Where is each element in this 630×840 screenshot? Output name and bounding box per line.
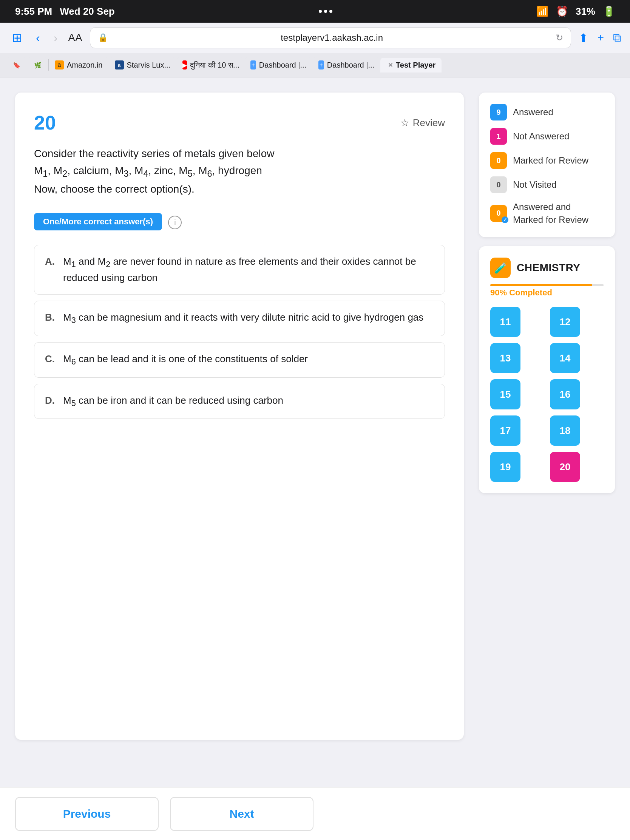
right-panel: 9 Answered 1 Not Answered 0 Marked for R… [479,93,615,740]
add-tab-button[interactable]: + [597,32,604,44]
status-bar: 9:55 PM Wed 20 Sep 📶 ⏰ 31% 🔋 [0,0,630,23]
status-time: 9:55 PM [15,6,52,17]
answered-count: 9 [496,108,501,117]
options-container: A. M1 and M2 are never found in nature a… [34,245,445,419]
browser-toolbar: ⊞ ‹ › AA 🔒 testplayerv1.aakash.ac.in ↻ ⬆… [0,23,630,53]
option-b[interactable]: B. M3 can be magnesium and it reacts wit… [34,301,445,336]
tab-leaf[interactable]: 🌿 [27,57,48,73]
marked-label: Marked for Review [513,154,589,167]
tab-favicon-bookmark: 🔖 [12,60,21,69]
q-btn-19[interactable]: 19 [490,452,521,482]
alarm-icon: ⏰ [556,6,568,17]
q-btn-18[interactable]: 18 [550,415,580,446]
question-text: Consider the reactivity series of metals… [34,145,445,198]
status-date: Wed 20 Sep [60,6,114,17]
question-number: 20 [34,111,56,134]
legend-not-answered: 1 Not Answered [490,128,603,145]
tab-amazon[interactable]: a Amazon.in [49,57,109,73]
lock-icon: 🔒 [98,33,108,43]
question-panel: 20 ☆ Review Consider the reactivity seri… [15,93,464,740]
q-btn-13[interactable]: 13 [490,343,521,373]
bottom-navigation: Previous Next [0,787,630,840]
answered-marked-badge: 0 [490,205,507,222]
address-bar[interactable]: 🔒 testplayerv1.aakash.ac.in ↻ [90,27,572,48]
q-btn-15[interactable]: 15 [490,379,521,409]
answered-marked-label: Answered and Marked for Review [513,201,603,226]
browser-chrome: ⊞ ‹ › AA 🔒 testplayerv1.aakash.ac.in ↻ ⬆… [0,23,630,77]
tab-favicon-amazon: a [55,60,64,69]
progress-bar-container [490,284,603,286]
flask-icon: 🧪 [494,262,507,274]
not-answered-label: Not Answered [513,130,569,143]
tab-label-testplayer: Test Player [396,61,436,69]
tab-label-aakash: Starvis Lux... [127,61,171,69]
option-a-text: M1 and M2 are never found in nature as f… [63,254,434,286]
not-answered-count: 1 [496,132,501,141]
q-btn-17[interactable]: 17 [490,415,521,446]
tab-dashboard2[interactable]: + Dashboard |... [313,57,381,73]
legend-answered: 9 Answered [490,104,603,120]
subject-header: 🧪 CHEMISTRY [490,257,603,278]
q-btn-16[interactable]: 16 [550,379,580,409]
question-line1: Consider the reactivity series of metals… [34,145,445,163]
q-btn-11[interactable]: 11 [490,307,521,337]
tab-aakash[interactable]: a Starvis Lux... [109,57,177,73]
option-d-text: M5 can be iron and it can be reduced usi… [63,393,283,410]
question-instruction: Now, choose the correct option(s). [34,181,445,198]
browser-actions: ⬆ + ⧉ [579,32,621,44]
not-answered-badge: 1 [490,128,507,145]
marked-badge: 0 [490,152,507,169]
wifi-icon: 📶 [536,6,548,17]
battery-icon: 🔋 [603,6,615,17]
progress-bar-fill [490,284,592,286]
option-a[interactable]: A. M1 and M2 are never found in nature a… [34,245,445,295]
progress-label: 90% Completed [490,288,603,298]
option-c-label: C. [45,352,55,366]
tab-close-icon[interactable]: ✕ [388,62,393,69]
question-series: M1, M2, calcium, M3, M4, zinc, M5, M6, h… [34,163,445,181]
q-btn-12[interactable]: 12 [550,307,580,337]
legend-answered-marked: 0 Answered and Marked for Review [490,201,603,226]
tab-dashboard1[interactable]: + Dashboard |... [245,57,313,73]
answered-badge: 9 [490,104,507,120]
url-display: testplayerv1.aakash.ac.in [112,33,551,43]
status-bar-right: 📶 ⏰ 31% 🔋 [536,6,615,17]
tabs-button[interactable]: ⧉ [613,32,621,44]
next-button[interactable]: Next [170,797,314,831]
answer-type-container: One/More correct answer(s) i [34,213,445,234]
answer-type-badge: One/More correct answer(s) [34,213,162,231]
option-d-label: D. [45,393,55,408]
tab-testplayer[interactable]: ✕ Test Player [381,58,442,73]
tab-favicon-aakash: a [115,60,124,69]
tab-label-dashboard1: Dashboard |... [259,61,306,69]
tab-label-youtube: दुनिया की 10 स... [190,61,240,69]
q-btn-14[interactable]: 14 [550,343,580,373]
font-size-control[interactable]: AA [68,32,82,44]
reload-button[interactable]: ↻ [556,33,563,43]
forward-button[interactable]: › [51,28,61,48]
tab-label-amazon: Amazon.in [67,61,103,69]
browser-tabs: 🔖 🌿 a Amazon.in a Starvis Lux... ▶ दुनिय… [0,53,630,77]
subject-title: CHEMISTRY [517,262,580,274]
info-icon[interactable]: i [168,216,182,229]
q-btn-20[interactable]: 20 [550,452,580,482]
back-button[interactable]: ‹ [33,28,43,48]
review-label: Review [413,117,445,129]
status-dots [319,10,332,13]
not-visited-label: Not Visited [513,178,557,191]
subject-card: 🧪 CHEMISTRY 90% Completed 11 12 13 14 15… [479,246,615,493]
main-content: 20 ☆ Review Consider the reactivity seri… [0,77,630,801]
sidebar-toggle-button[interactable]: ⊞ [9,28,25,48]
tab-youtube[interactable]: ▶ दुनिया की 10 स... [176,57,245,73]
option-c[interactable]: C. M6 can be lead and it is one of the c… [34,342,445,378]
previous-button[interactable]: Previous [15,797,159,831]
tab-favicon-dashboard2: + [318,60,324,69]
option-c-text: M6 can be lead and it is one of the cons… [63,352,308,368]
battery-level: 31% [576,6,595,17]
tab-favicon-dashboard1: + [250,60,256,69]
share-button[interactable]: ⬆ [579,32,588,44]
tab-bookmark[interactable]: 🔖 [6,57,27,73]
option-b-label: B. [45,310,55,325]
option-d[interactable]: D. M5 can be iron and it can be reduced … [34,384,445,419]
review-button[interactable]: ☆ Review [400,117,445,129]
